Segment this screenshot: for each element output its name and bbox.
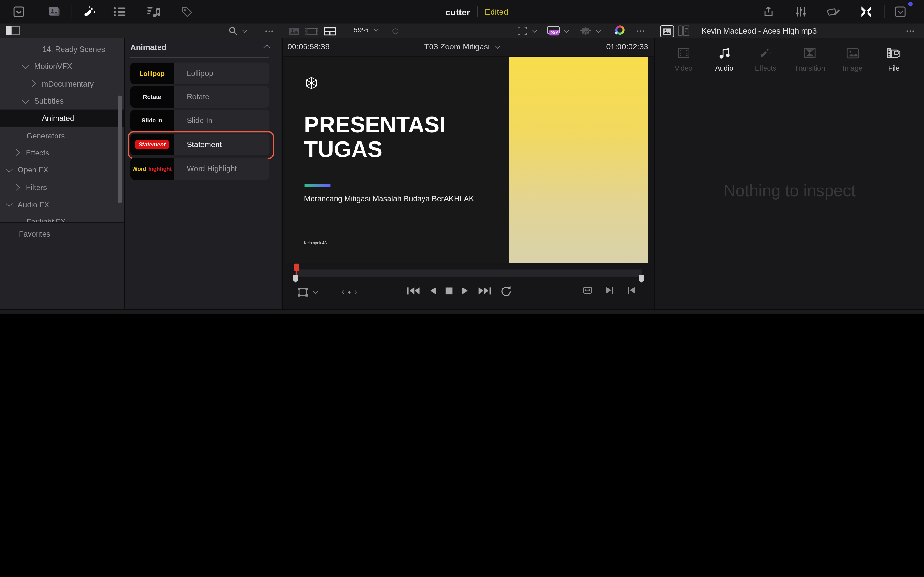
tree-item-ready-scenes[interactable]: 14. Ready Scenes bbox=[0, 41, 124, 58]
title-item-statement[interactable]: Statement Statement bbox=[130, 134, 269, 155]
timeline-selector[interactable]: T03 Zoom Mitigasi bbox=[424, 42, 499, 51]
title-item-slide-in[interactable]: Slide in Slide In bbox=[130, 110, 269, 131]
dim-button[interactable]: DIM bbox=[878, 314, 901, 314]
tree-item-generators[interactable]: Generators bbox=[0, 127, 124, 144]
snapping-magnet-icon[interactable] bbox=[388, 313, 402, 314]
slide-footer: Kelompok 4A bbox=[304, 241, 327, 245]
title-item-rotate[interactable]: Rotate Rotate bbox=[130, 86, 269, 108]
notification-dot bbox=[908, 2, 913, 7]
tree-item-fairlightfx[interactable]: Fairlight FX bbox=[0, 213, 124, 222]
proxy-control[interactable]: PXY bbox=[547, 26, 567, 36]
safe-area-control[interactable] bbox=[517, 27, 536, 35]
export-icon[interactable] bbox=[761, 5, 775, 19]
dynamic-trim-icon[interactable] bbox=[270, 313, 284, 314]
color-enhance-icon[interactable] bbox=[615, 25, 625, 35]
audio-monitor-speaker-icon[interactable] bbox=[800, 313, 814, 314]
stabilize-control[interactable] bbox=[580, 27, 599, 35]
tab-transition[interactable]: Transition bbox=[786, 45, 833, 72]
sidebar-toggle-icon[interactable] bbox=[6, 26, 20, 35]
tags-icon[interactable] bbox=[180, 5, 194, 19]
effects-library-icon[interactable] bbox=[82, 5, 96, 19]
timeline-view-options-icon[interactable] bbox=[12, 313, 26, 314]
animated-titles-panel: Animated Lollipop Lollipop Rotate Rotate… bbox=[125, 38, 282, 309]
selection-tool-icon[interactable] bbox=[193, 313, 207, 314]
effects-library-tree: 14. Ready Scenes MotionVFX mDocumentary … bbox=[0, 38, 124, 222]
trim-edit-icon[interactable] bbox=[218, 313, 233, 314]
inspector-clip-title: Kevin MacLeod - Aces High.mp3 bbox=[701, 27, 817, 35]
tab-file[interactable]: File bbox=[873, 45, 915, 72]
view-filmstrip-icon[interactable] bbox=[305, 27, 318, 35]
inspector-panel: Video Audio Effects Transition Image Fil… bbox=[655, 38, 924, 309]
tab-audio[interactable]: Audio bbox=[704, 45, 745, 72]
viewer-options-icon[interactable]: ••• bbox=[636, 28, 646, 34]
play-icon[interactable] bbox=[462, 287, 469, 295]
view-multi-icon[interactable] bbox=[323, 27, 336, 36]
tab-video[interactable]: Video bbox=[663, 45, 704, 72]
out-point-handle[interactable] bbox=[639, 275, 644, 283]
tree-item-animated[interactable]: Animated bbox=[0, 110, 124, 127]
sound-library-icon[interactable] bbox=[147, 5, 161, 19]
slide-accent-line bbox=[305, 184, 331, 187]
zoom-detail-icon[interactable] bbox=[559, 313, 573, 314]
metadata-icon[interactable] bbox=[826, 5, 840, 19]
go-to-start-icon[interactable] bbox=[407, 287, 419, 295]
tab-image[interactable]: Image bbox=[832, 45, 873, 72]
stop-icon[interactable] bbox=[446, 287, 453, 294]
tree-item-subtitles[interactable]: Subtitles bbox=[0, 92, 124, 110]
tree-item-audiofx[interactable]: Audio FX bbox=[0, 196, 124, 213]
inspector-options-icon[interactable]: ••• bbox=[906, 28, 915, 34]
proxy-badge: PXY bbox=[549, 30, 559, 35]
viewer-tc-row: 00:06:58:39 T03 Zoom Mitigasi 01:00:02:3… bbox=[283, 38, 654, 57]
checkbox-dropdown-icon-right[interactable] bbox=[893, 5, 907, 19]
loop-icon[interactable] bbox=[501, 286, 511, 295]
viewer-record-timecode: 01:00:02:33 bbox=[606, 42, 648, 51]
keyframe-stepper[interactable]: ‹●› bbox=[342, 287, 357, 296]
viewer-source-timecode: 00:06:58:39 bbox=[288, 42, 330, 51]
tab-effects[interactable]: Effects bbox=[745, 45, 787, 72]
overwrite-clip-icon[interactable] bbox=[329, 313, 343, 314]
prev-edit-icon[interactable] bbox=[627, 286, 635, 295]
position-lock-icon[interactable] bbox=[439, 313, 453, 314]
title-item-lollipop[interactable]: Lollipop Lollipop bbox=[130, 63, 269, 84]
inspector-panel-icon[interactable] bbox=[678, 25, 690, 36]
linked-selection-icon[interactable] bbox=[413, 313, 427, 314]
inspector-media-icon[interactable] bbox=[660, 25, 674, 37]
stacked-timelines-icon[interactable] bbox=[38, 313, 52, 314]
zoom-full-extent-icon[interactable] bbox=[533, 313, 548, 314]
collapse-icon bbox=[264, 44, 270, 51]
panel-header-strip: ••• 59% PXY bbox=[0, 23, 924, 38]
animated-panel-header[interactable]: Animated bbox=[130, 43, 269, 52]
mixer-icon[interactable] bbox=[794, 5, 808, 19]
inspector-empty-message: Nothing to inspect bbox=[655, 181, 924, 200]
media-pool-icon[interactable] bbox=[47, 5, 61, 19]
slide-logo bbox=[306, 77, 317, 89]
resize-icon[interactable] bbox=[582, 286, 593, 295]
next-edit-icon[interactable] bbox=[606, 286, 614, 295]
viewer-playhead-handle[interactable] bbox=[294, 264, 299, 271]
viewer-zoom-select[interactable]: 59% bbox=[354, 26, 377, 34]
tree-item-filters[interactable]: Filters bbox=[0, 179, 124, 196]
effects-search[interactable] bbox=[229, 27, 246, 35]
play-reverse-icon[interactable] bbox=[429, 287, 436, 295]
tree-item-effects[interactable]: Effects bbox=[0, 144, 124, 161]
tree-item-openfx[interactable]: Open FX bbox=[0, 161, 124, 179]
tree-item-motionvfx[interactable]: MotionVFX bbox=[0, 58, 124, 75]
tree-scrollbar[interactable] bbox=[118, 95, 122, 203]
voiceover-mic-icon[interactable] bbox=[63, 313, 78, 314]
effects-options-icon[interactable]: ••• bbox=[265, 28, 274, 34]
view-single-icon[interactable] bbox=[288, 27, 300, 35]
tree-item-mdocumentary[interactable]: mDocumentary bbox=[0, 75, 124, 92]
replace-clip-icon[interactable] bbox=[355, 313, 369, 314]
title-item-word-highlight[interactable]: Word highlight Word Highlight bbox=[130, 158, 269, 179]
viewer-scrub-bar[interactable] bbox=[294, 269, 642, 277]
transform-control[interactable] bbox=[298, 287, 317, 297]
zoom-custom-icon[interactable] bbox=[585, 313, 599, 314]
go-to-end-icon[interactable] bbox=[478, 287, 491, 295]
index-icon[interactable] bbox=[113, 5, 127, 19]
checkbox-dropdown-icon[interactable] bbox=[12, 5, 26, 19]
insert-clip-icon[interactable] bbox=[304, 313, 318, 314]
in-point-handle[interactable] bbox=[293, 275, 298, 283]
favorites-label[interactable]: Favorites bbox=[0, 223, 124, 239]
quick-export-icon[interactable] bbox=[859, 5, 873, 19]
razor-tool-icon[interactable] bbox=[244, 313, 258, 314]
